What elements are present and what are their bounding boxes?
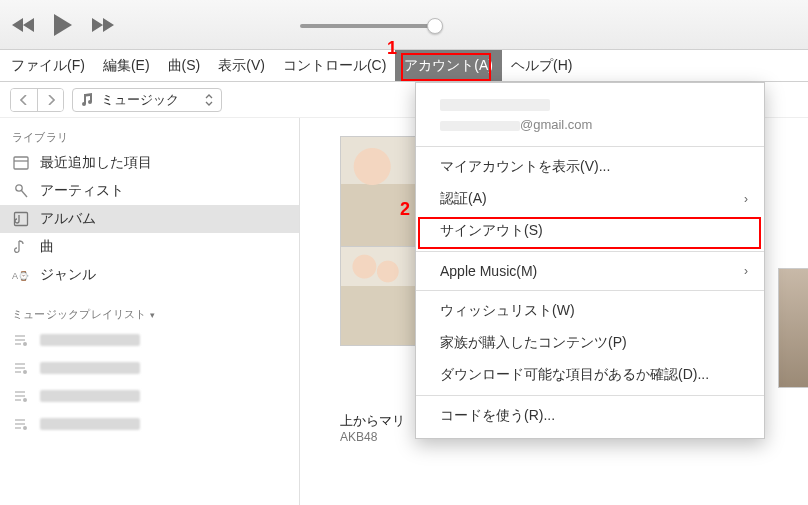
sidebar-item-label: ジャンル bbox=[40, 266, 96, 284]
album-title: 上からマリ bbox=[340, 412, 420, 430]
nav-forward-button[interactable] bbox=[37, 89, 63, 111]
playlist-icon bbox=[12, 359, 30, 377]
menu-separator bbox=[416, 146, 764, 147]
sidebar-item-albums[interactable]: アルバム bbox=[0, 205, 299, 233]
menubar: ファイル(F) 編集(E) 曲(S) 表示(V) コントロール(C) アカウント… bbox=[0, 50, 808, 82]
menu-view-account[interactable]: マイアカウントを表示(V)... bbox=[416, 151, 764, 183]
previous-track-icon[interactable] bbox=[12, 16, 38, 34]
playlists-header[interactable]: ミュージックプレイリスト ▾ bbox=[0, 301, 299, 326]
playlist-icon bbox=[12, 387, 30, 405]
next-track-icon[interactable] bbox=[88, 16, 114, 34]
sidebar-item-songs[interactable]: 曲 bbox=[0, 233, 299, 261]
playlist-name-redacted bbox=[40, 334, 140, 346]
svg-point-21 bbox=[23, 426, 27, 430]
playlist-name-redacted bbox=[40, 390, 140, 402]
playlist-icon bbox=[12, 415, 30, 433]
menu-authorize[interactable]: 認証(A)› bbox=[416, 183, 764, 215]
sidebar-item-recent[interactable]: 最近追加した項目 bbox=[0, 149, 299, 177]
menu-help[interactable]: ヘルプ(H) bbox=[502, 50, 581, 81]
menu-redeem-code[interactable]: コードを使う(R)... bbox=[416, 400, 764, 432]
menu-file[interactable]: ファイル(F) bbox=[2, 50, 94, 81]
album-cover bbox=[340, 246, 420, 346]
account-menu-dropdown: @gmail.com マイアカウントを表示(V)... 認証(A)› サインアウ… bbox=[415, 82, 765, 439]
menu-sign-out[interactable]: サインアウト(S) bbox=[416, 215, 764, 247]
playlist-item[interactable] bbox=[0, 382, 299, 410]
mic-icon bbox=[12, 182, 30, 200]
media-type-selector[interactable]: ミュージック bbox=[72, 88, 222, 112]
album-cover bbox=[778, 268, 808, 388]
menu-separator bbox=[416, 290, 764, 291]
player-toolbar bbox=[0, 0, 808, 50]
chevron-right-icon: › bbox=[744, 264, 748, 278]
note-icon bbox=[12, 238, 30, 256]
nav-back-forward bbox=[10, 88, 64, 112]
menu-control[interactable]: コントロール(C) bbox=[274, 50, 395, 81]
genre-icon: A⌚ bbox=[12, 266, 30, 284]
chevron-updown-icon bbox=[205, 94, 213, 106]
sidebar-item-label: 最近追加した項目 bbox=[40, 154, 152, 172]
sidebar-item-label: アーティスト bbox=[40, 182, 124, 200]
sidebar-item-artists[interactable]: アーティスト bbox=[0, 177, 299, 205]
playlist-icon bbox=[12, 331, 30, 349]
album-tile-partial[interactable] bbox=[778, 268, 808, 505]
sidebar-item-genres[interactable]: A⌚ ジャンル bbox=[0, 261, 299, 289]
media-type-label: ミュージック bbox=[101, 91, 179, 109]
svg-rect-0 bbox=[14, 157, 28, 169]
account-name-redacted bbox=[440, 99, 550, 111]
account-info: @gmail.com bbox=[416, 89, 764, 142]
menu-edit[interactable]: 編集(E) bbox=[94, 50, 159, 81]
menu-separator bbox=[416, 251, 764, 252]
music-note-icon bbox=[81, 93, 93, 107]
playlist-name-redacted bbox=[40, 362, 140, 374]
chevron-down-icon: ▾ bbox=[150, 310, 155, 320]
album-tile[interactable]: 上からマリ AKB48 bbox=[340, 136, 420, 444]
menu-family-purchases[interactable]: 家族が購入したコンテンツ(P) bbox=[416, 327, 764, 359]
play-controls bbox=[12, 13, 114, 37]
sidebar: ライブラリ 最近追加した項目 アーティスト アルバム 曲 bbox=[0, 118, 300, 505]
album-icon bbox=[12, 210, 30, 228]
svg-point-13 bbox=[23, 370, 27, 374]
account-email-suffix: @gmail.com bbox=[520, 117, 592, 132]
menu-apple-music[interactable]: Apple Music(M)› bbox=[416, 256, 764, 286]
menu-view[interactable]: 表示(V) bbox=[209, 50, 274, 81]
chevron-right-icon: › bbox=[744, 192, 748, 206]
sidebar-item-label: 曲 bbox=[40, 238, 54, 256]
svg-point-9 bbox=[23, 342, 27, 346]
playlist-item[interactable] bbox=[0, 354, 299, 382]
account-email-redacted bbox=[440, 121, 520, 131]
recent-icon bbox=[12, 154, 30, 172]
svg-text:A⌚: A⌚ bbox=[12, 270, 30, 282]
playlist-item[interactable] bbox=[0, 326, 299, 354]
svg-point-17 bbox=[23, 398, 27, 402]
svg-line-3 bbox=[21, 190, 27, 197]
album-cover bbox=[340, 136, 420, 256]
menu-account[interactable]: アカウント(A) bbox=[395, 50, 502, 81]
album-artist: AKB48 bbox=[340, 430, 420, 444]
menu-wishlist[interactable]: ウィッシュリスト(W) bbox=[416, 295, 764, 327]
library-header: ライブラリ bbox=[0, 124, 299, 149]
menu-song[interactable]: 曲(S) bbox=[159, 50, 210, 81]
sidebar-item-label: アルバム bbox=[40, 210, 96, 228]
playlist-item[interactable] bbox=[0, 410, 299, 438]
playlist-name-redacted bbox=[40, 418, 140, 430]
play-icon[interactable] bbox=[52, 13, 74, 37]
volume-slider[interactable] bbox=[300, 20, 435, 32]
menu-separator bbox=[416, 395, 764, 396]
nav-back-button[interactable] bbox=[11, 89, 37, 111]
menu-check-downloads[interactable]: ダウンロード可能な項目があるか確認(D)... bbox=[416, 359, 764, 391]
